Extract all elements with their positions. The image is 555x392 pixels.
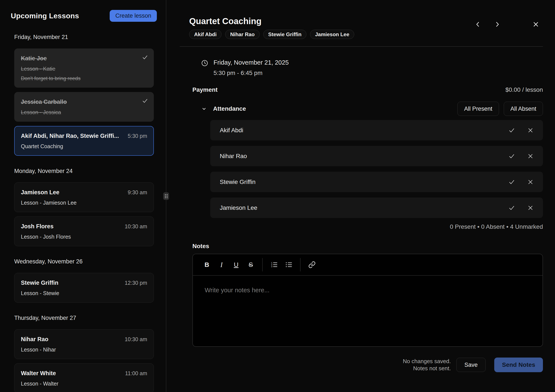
sidebar-title: Upcoming Lessons (11, 12, 79, 20)
lesson-card-josh[interactable]: Josh Flores 10:30 am Lesson - Josh Flore… (14, 217, 154, 246)
attendance-row: Akif Abdi (210, 120, 543, 140)
lesson-card-nihar[interactable]: Nihar Rao 10:30 am Lesson - Nihar (14, 329, 154, 359)
student-name: Nihar Rao (220, 153, 247, 160)
next-lesson-button[interactable] (494, 21, 501, 28)
save-status: No changes saved. Notes not sent. (403, 358, 451, 372)
lesson-when-text: Friday, November 21, 2025 5:30 pm - 6:45… (213, 59, 289, 77)
notes-placeholder: Write your notes here... (205, 286, 531, 294)
lesson-card-time: 12:30 pm (125, 280, 147, 286)
student-name: Akif Abdi (220, 127, 243, 134)
x-icon (527, 179, 533, 185)
lesson-card-subtitle: Lesson - Walter (21, 380, 147, 387)
underline-button[interactable]: U (230, 258, 242, 271)
attendance-actions (508, 127, 533, 134)
student-name: Stewie Griffin (220, 179, 256, 185)
bold-button[interactable]: B (201, 258, 213, 271)
completed-check-icon (142, 98, 148, 104)
check-icon (508, 205, 515, 211)
close-icon (532, 21, 540, 28)
save-button[interactable]: Save (456, 358, 486, 372)
lesson-card-quartet-selected[interactable]: Akif Abdi, Nihar Rao, Stewie Griffi... 5… (14, 126, 154, 156)
lesson-card-katie[interactable]: Katie Joe Lesson - Katie Don't forget to… (14, 49, 154, 88)
strikethrough-button[interactable]: S (245, 258, 257, 271)
mark-absent-button[interactable] (527, 127, 533, 133)
attendance-label: Attendance (213, 105, 246, 112)
send-notes-button[interactable]: Send Notes (494, 357, 543, 372)
prev-lesson-button[interactable] (475, 21, 481, 28)
bullet-list-button[interactable] (282, 258, 295, 271)
lesson-date: Friday, November 21, 2025 (213, 59, 289, 66)
mark-present-button[interactable] (508, 205, 515, 211)
notes-label: Notes (192, 243, 543, 250)
sidebar: Upcoming Lessons Create lesson Friday, N… (0, 0, 166, 392)
lesson-when: Friday, November 21, 2025 5:30 pm - 6:45… (201, 59, 543, 77)
mark-absent-button[interactable] (527, 153, 533, 159)
payment-label: Payment (192, 86, 218, 94)
header-nav (475, 21, 540, 28)
grip-dots-icon (164, 193, 168, 199)
payment-section[interactable]: Payment $0.00 / lesson (192, 86, 543, 94)
lesson-card-name: Stewie Griffin (21, 279, 58, 286)
completed-check-icon (142, 54, 148, 60)
italic-button[interactable]: I (215, 258, 228, 271)
student-chip[interactable]: Jamieson Lee (310, 30, 354, 39)
check-icon (508, 179, 515, 185)
lesson-card-name: Jamieson Lee (21, 189, 59, 196)
check-icon (508, 127, 515, 134)
lesson-card-subtitle: Lesson - Stewie (21, 290, 147, 296)
mark-present-button[interactable] (508, 153, 515, 159)
lesson-card-name: Nihar Rao (21, 336, 49, 343)
student-chips: Akif Abdi Nihar Rao Stewie Griffin Jamie… (189, 30, 543, 39)
notes-editor: B I U S 1 2 3 (192, 254, 543, 347)
toolbar-separator (262, 258, 263, 271)
create-lesson-button[interactable]: Create lesson (110, 10, 157, 22)
detail-header: Quartet Coaching Akif Abdi Nihar Rao Ste… (180, 0, 543, 47)
link-icon (308, 261, 316, 268)
lesson-list: Friday, November 21 Katie Joe Lesson - K… (0, 22, 166, 392)
chevron-down-icon[interactable] (201, 106, 207, 112)
lesson-card-name: Jessica Carballo (21, 98, 147, 106)
date-header: Thursday, November 27 (14, 315, 154, 321)
attendance-summary: 0 Present • 0 Absent • 4 Unmarked (180, 223, 543, 231)
lesson-card-jessica[interactable]: Jessica Carballo Lesson - Jessica (14, 92, 154, 122)
all-absent-button[interactable]: All Absent (504, 102, 543, 116)
mark-present-button[interactable] (508, 127, 515, 134)
lesson-card-subtitle: Lesson - Katie (21, 65, 147, 72)
lesson-card-subtitle: Lesson - Nihar (21, 346, 147, 353)
payment-rate: $0.00 / lesson (505, 86, 543, 94)
lesson-card-time: 10:30 am (125, 336, 147, 342)
panel-divider[interactable] (166, 0, 166, 392)
student-chip[interactable]: Stewie Griffin (263, 30, 307, 39)
lesson-card-walter[interactable]: Walter White 11:00 am Lesson - Walter (14, 363, 154, 392)
close-button[interactable] (532, 21, 540, 28)
notes-section: Notes B I U S 1 2 3 (180, 231, 543, 372)
student-chip[interactable]: Akif Abdi (189, 30, 221, 39)
lesson-detail-panel: Quartet Coaching Akif Abdi Nihar Rao Ste… (166, 0, 555, 392)
student-chip[interactable]: Nihar Rao (225, 30, 259, 39)
link-button[interactable] (306, 258, 318, 271)
bullet-list-icon (285, 261, 292, 269)
attendance-row: Jamieson Lee (210, 197, 543, 218)
notes-toolbar: B I U S 1 2 3 (193, 254, 542, 276)
clock-icon (201, 59, 208, 67)
lesson-card-time: 11:00 am (125, 370, 147, 377)
lesson-card-subtitle: Lesson - Josh Flores (21, 233, 147, 240)
chevron-left-icon (475, 21, 481, 28)
lesson-card-name: Walter White (21, 370, 56, 377)
save-status-line1: No changes saved. (403, 358, 451, 365)
mark-absent-button[interactable] (527, 179, 533, 185)
lesson-card-name: Katie Joe (21, 55, 147, 62)
mark-absent-button[interactable] (527, 205, 533, 211)
lesson-card-name: Akif Abdi, Nihar Rao, Stewie Griffi... (21, 132, 119, 140)
sidebar-header: Upcoming Lessons Create lesson (0, 0, 166, 22)
ordered-list-button[interactable]: 1 2 3 (268, 258, 280, 271)
x-icon (527, 205, 533, 211)
drag-handle[interactable] (163, 192, 169, 200)
all-present-button[interactable]: All Present (457, 102, 499, 116)
lesson-card-time: 5:30 pm (128, 133, 147, 139)
ordered-list-icon: 1 2 3 (270, 261, 278, 269)
lesson-card-stewie[interactable]: Stewie Griffin 12:30 pm Lesson - Stewie (14, 273, 154, 303)
lesson-card-jamieson[interactable]: Jamieson Lee 9:30 am Lesson - Jamieson L… (14, 182, 154, 212)
mark-present-button[interactable] (508, 179, 515, 185)
notes-input[interactable]: Write your notes here... (193, 276, 542, 346)
